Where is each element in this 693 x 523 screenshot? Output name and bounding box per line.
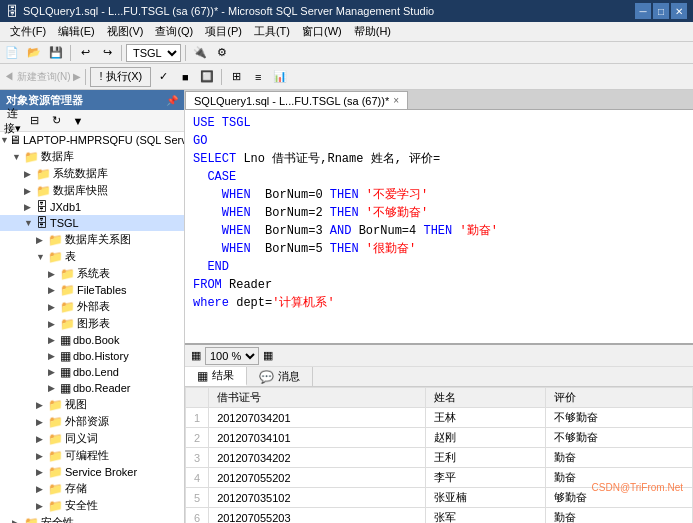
close-button[interactable]: ✕ [671, 3, 687, 19]
expand-icon[interactable]: ▶ [24, 202, 36, 212]
save-button[interactable]: 💾 [46, 43, 66, 63]
snapshots-label: 数据库快照 [53, 183, 108, 198]
expand-icon[interactable]: ▶ [48, 383, 60, 393]
oe-disconnect-button[interactable]: ⊟ [24, 111, 44, 131]
parse-button[interactable]: ✓ [153, 67, 173, 87]
databases-label: 数据库 [41, 149, 74, 164]
expand-icon[interactable]: ▼ [24, 218, 36, 228]
tree-item-external[interactable]: ▶ 📁 外部表 [0, 298, 184, 315]
tree-item-filetables[interactable]: ▶ 📁 FileTables [0, 282, 184, 298]
debug-button[interactable]: 🔲 [197, 67, 217, 87]
sql-editor[interactable]: USE TSGL GO SELECT Lno 借书证号,Rname 姓名, 评价… [185, 110, 693, 343]
database-selector[interactable]: TSGL [126, 44, 181, 62]
tree-item-lend[interactable]: ▶ ▦ dbo.Lend [0, 364, 184, 380]
tree-item-history[interactable]: ▶ ▦ dbo.History [0, 348, 184, 364]
window-controls[interactable]: ─ □ ✕ [635, 3, 687, 19]
connect-button[interactable]: 🔌 [190, 43, 210, 63]
tree-item-databases[interactable]: ▼ 📁 数据库 [0, 148, 184, 165]
menu-file[interactable]: 文件(F) [4, 22, 52, 41]
tree-item-ext-res[interactable]: ▶ 📁 外部资源 [0, 413, 184, 430]
expand-icon[interactable]: ▶ [48, 335, 60, 345]
expand-icon[interactable]: ▶ [36, 484, 48, 494]
minimize-button[interactable]: ─ [635, 3, 651, 19]
tree-item-tsgl[interactable]: ▼ 🗄 TSGL [0, 215, 184, 231]
expand-icon[interactable]: ▶ [36, 501, 48, 511]
new-query-button[interactable]: 📄 [2, 43, 22, 63]
expand-icon[interactable]: ▶ [48, 302, 60, 312]
query-tab-1[interactable]: SQLQuery1.sql - L...FU.TSGL (sa (67))* × [185, 91, 408, 109]
folder-icon: 📁 [36, 184, 51, 198]
expand-icon[interactable]: ▶ [48, 351, 60, 361]
oe-connect-button[interactable]: 连接▾ [2, 111, 22, 131]
undo-button[interactable]: ↩ [75, 43, 95, 63]
results-tab-data[interactable]: ▦ 结果 [185, 367, 247, 386]
redo-button[interactable]: ↪ [97, 43, 117, 63]
menu-window[interactable]: 窗口(W) [296, 22, 348, 41]
expand-icon[interactable]: ▶ [36, 417, 48, 427]
open-button[interactable]: 📂 [24, 43, 44, 63]
tree-item-views[interactable]: ▶ 📁 视图 [0, 396, 184, 413]
table-cell: 勤奋 [546, 448, 693, 468]
results-button[interactable]: ⊞ [226, 67, 246, 87]
tree-item-programmability[interactable]: ▶ 📁 可编程性 [0, 447, 184, 464]
tree-item-server[interactable]: ▼ 🖥 LAPTOP-HMPRSQFU (SQL Server [0, 132, 184, 148]
tree-item-jxdb1[interactable]: ▶ 🗄 JXdb1 [0, 199, 184, 215]
expand-icon[interactable]: ▶ [48, 269, 60, 279]
maximize-button[interactable]: □ [653, 3, 669, 19]
expand-icon[interactable]: ▶ [36, 235, 48, 245]
stop-button[interactable]: ■ [175, 67, 195, 87]
expand-icon[interactable]: ▶ [48, 367, 60, 377]
expand-icon[interactable]: ▼ [0, 135, 9, 145]
tree-item-graph[interactable]: ▶ 📁 图形表 [0, 315, 184, 332]
tree-item-synonyms[interactable]: ▶ 📁 同义词 [0, 430, 184, 447]
menu-query[interactable]: 查询(Q) [149, 22, 199, 41]
tree-item-security[interactable]: ▶ 📁 安全性 [0, 497, 184, 514]
results3-button[interactable]: 📊 [270, 67, 290, 87]
expand-icon[interactable]: ▶ [36, 434, 48, 444]
tree-item-snapshots[interactable]: ▶ 📁 数据库快照 [0, 182, 184, 199]
synonyms-label: 同义词 [65, 431, 98, 446]
menu-view[interactable]: 视图(V) [101, 22, 150, 41]
folder-icon: 📁 [48, 398, 63, 412]
menu-project[interactable]: 项目(P) [199, 22, 248, 41]
tree-item-system-db[interactable]: ▶ 📁 系统数据库 [0, 165, 184, 182]
tree-item-tables[interactable]: ▼ 📁 表 [0, 248, 184, 265]
col-id: 借书证号 [209, 388, 426, 408]
menu-edit[interactable]: 编辑(E) [52, 22, 101, 41]
tree-item-diagrams[interactable]: ▶ 📁 数据库关系图 [0, 231, 184, 248]
results-area: ▦ 100 % ▦ ▦ 结果 💬 消息 [185, 343, 693, 523]
tree-item-security2[interactable]: ▶ 📁 安全性 [0, 514, 184, 523]
expand-icon[interactable]: ▶ [36, 467, 48, 477]
folder-icon: 📁 [60, 267, 75, 281]
table-row: 6201207055203张军勤奋 [186, 508, 693, 524]
storage-label: 存储 [65, 481, 87, 496]
expand-icon[interactable]: ▶ [24, 169, 36, 179]
expand-icon[interactable]: ▶ [36, 451, 48, 461]
expand-icon[interactable]: ▼ [12, 152, 24, 162]
results2-button[interactable]: ≡ [248, 67, 268, 87]
expand-icon[interactable]: ▶ [36, 400, 48, 410]
tree-item-book[interactable]: ▶ ▦ dbo.Book [0, 332, 184, 348]
zoom-selector[interactable]: 100 % [205, 347, 259, 365]
menu-tools[interactable]: 工具(T) [248, 22, 296, 41]
pin-icon[interactable]: 📌 [166, 95, 178, 106]
tree-item-service-broker[interactable]: ▶ 📁 Service Broker [0, 464, 184, 480]
query-toolbar: ◀ 新建查询(N) ▶ ! 执行(X) ✓ ■ 🔲 ⊞ ≡ 📊 [0, 64, 693, 90]
tree-item-reader[interactable]: ▶ ▦ dbo.Reader [0, 380, 184, 396]
message-icon: 💬 [259, 370, 274, 384]
tab-close-button[interactable]: × [393, 95, 399, 106]
tree-item-system-tables[interactable]: ▶ 📁 系统表 [0, 265, 184, 282]
settings-button[interactable]: ⚙ [212, 43, 232, 63]
expand-icon[interactable]: ▶ [48, 319, 60, 329]
expand-icon[interactable]: ▶ [24, 186, 36, 196]
sql-line-4: CASE [193, 168, 685, 186]
expand-icon[interactable]: ▶ [12, 518, 24, 524]
tree-item-storage[interactable]: ▶ 📁 存储 [0, 480, 184, 497]
execute-button[interactable]: ! 执行(X) [90, 67, 151, 87]
oe-refresh-button[interactable]: ↻ [46, 111, 66, 131]
results-tab-messages[interactable]: 💬 消息 [247, 367, 313, 386]
expand-icon[interactable]: ▼ [36, 252, 48, 262]
menu-help[interactable]: 帮助(H) [348, 22, 397, 41]
oe-filter-button[interactable]: ▼ [68, 111, 88, 131]
expand-icon[interactable]: ▶ [48, 285, 60, 295]
